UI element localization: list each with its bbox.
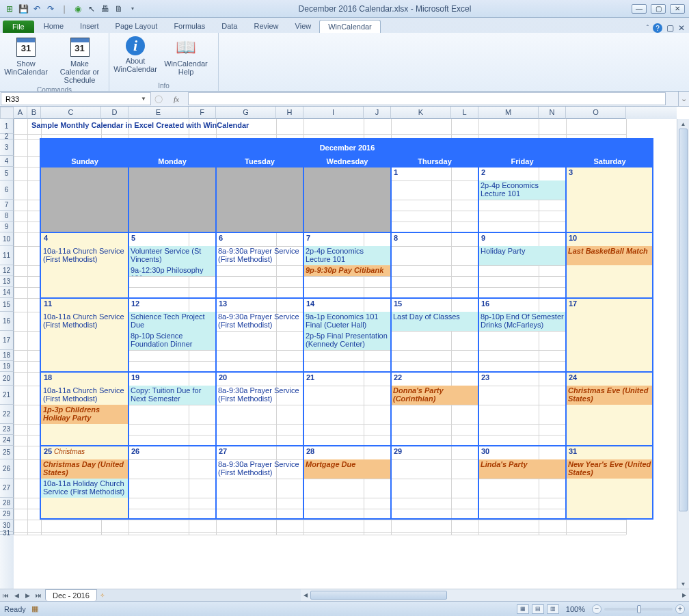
column-header[interactable]: M (478, 107, 539, 119)
preview-icon[interactable]: 🗎 (113, 3, 124, 14)
show-wincalendar-button[interactable]: 31 Show WinCalendar (4, 35, 48, 85)
save-icon[interactable]: 💾 (18, 3, 29, 14)
name-box[interactable]: R33 ▼ (1, 92, 151, 105)
hscroll-thumb[interactable] (310, 591, 447, 600)
column-header[interactable]: D (101, 107, 129, 119)
column-header[interactable]: K (391, 107, 451, 119)
tab-review[interactable]: Review (245, 20, 286, 33)
row-header[interactable]: 29 (0, 509, 14, 520)
close-workbook-icon[interactable]: ✕ (678, 23, 685, 33)
zoom-slider-knob[interactable] (637, 605, 641, 613)
tab-formulas[interactable]: Formulas (165, 20, 213, 33)
row-header[interactable]: 12 (0, 265, 14, 276)
row-header[interactable]: 6 (0, 180, 14, 200)
column-header[interactable]: I (303, 107, 364, 119)
vertical-scrollbar[interactable]: ▲ ▼ (677, 119, 689, 589)
scroll-left-icon[interactable]: ◀ (301, 589, 310, 601)
fx-label[interactable]: fx (165, 92, 187, 106)
column-header[interactable]: B (27, 107, 41, 119)
globe-icon[interactable]: ◉ (72, 3, 83, 14)
expand-formula-bar-icon[interactable]: ⌄ (678, 92, 689, 106)
name-box-dropdown-icon[interactable]: ▼ (141, 96, 146, 102)
view-normal-icon[interactable]: ▦ (517, 604, 529, 614)
cursor-icon[interactable]: ↖ (86, 3, 97, 14)
row-header[interactable]: 9 (0, 222, 14, 232)
row-header[interactable]: 3 (0, 139, 14, 156)
cell-grid[interactable]: Sample Monthly Calendar in Excel Created… (14, 119, 677, 589)
row-header[interactable]: 28 (0, 498, 14, 509)
minimize-button[interactable]: — (632, 4, 647, 14)
tab-view[interactable]: View (287, 20, 320, 33)
row-header[interactable]: 19 (0, 361, 14, 372)
row-header[interactable]: 20 (0, 372, 14, 386)
about-wincalendar-button[interactable]: i About WinCalendar (113, 35, 157, 81)
column-header[interactable]: J (364, 107, 391, 119)
row-header[interactable]: 21 (0, 386, 14, 405)
undo-icon[interactable]: ↶ (31, 3, 42, 14)
qat-dropdown-icon[interactable]: ▾ (127, 3, 138, 14)
row-header[interactable]: 11 (0, 246, 14, 265)
column-header[interactable]: H (276, 107, 303, 119)
row-header[interactable]: 27 (0, 479, 14, 498)
scroll-up-icon[interactable]: ▲ (677, 119, 689, 129)
row-header[interactable]: 23 (0, 424, 14, 435)
row-header[interactable]: 8 (0, 211, 14, 222)
tab-data[interactable]: Data (213, 20, 245, 33)
make-calendar-button[interactable]: 31 Make Calendar or Schedule (55, 35, 105, 85)
row-header[interactable]: 7 (0, 200, 14, 211)
row-header[interactable]: 18 (0, 350, 14, 361)
zoom-in-button[interactable]: + (675, 604, 685, 614)
row-header[interactable]: 10 (0, 232, 14, 246)
help-icon[interactable]: ? (653, 23, 662, 33)
column-header[interactable]: E (129, 107, 189, 119)
row-header[interactable]: 22 (0, 405, 14, 424)
select-all-button[interactable] (0, 107, 14, 119)
tab-nav-prev-icon[interactable]: ◀ (11, 592, 22, 599)
row-header[interactable]: 14 (0, 287, 14, 298)
row-header[interactable]: 15 (0, 298, 14, 312)
column-header[interactable]: G (216, 107, 276, 119)
column-header[interactable]: A (14, 107, 27, 119)
row-header[interactable]: 5 (0, 167, 14, 180)
row-header[interactable]: 25 (0, 446, 14, 459)
row-header[interactable]: 4 (0, 156, 14, 167)
row-header[interactable]: 31 (0, 532, 14, 535)
view-pagebreak-icon[interactable]: ▥ (547, 604, 559, 614)
print-icon[interactable]: 🖶 (100, 3, 111, 14)
formula-input[interactable] (188, 92, 666, 105)
column-header[interactable]: C (41, 107, 101, 119)
tab-wincalendar[interactable]: WinCalendar (319, 20, 381, 33)
column-header[interactable]: L (451, 107, 478, 119)
tab-page-layout[interactable]: Page Layout (107, 20, 166, 33)
scroll-down-icon[interactable]: ▼ (677, 579, 689, 589)
restore-workbook-icon[interactable]: ▢ (666, 23, 674, 33)
row-header[interactable]: 1 (0, 119, 14, 134)
row-header[interactable]: 17 (0, 331, 14, 350)
row-header[interactable]: 24 (0, 435, 14, 446)
maximize-button[interactable]: ▢ (651, 4, 666, 14)
column-header[interactable]: N (539, 107, 566, 119)
tab-home[interactable]: Home (36, 20, 72, 33)
wincalendar-help-button[interactable]: 📖 WinCalendar Help (164, 35, 208, 81)
redo-icon[interactable]: ↷ (45, 3, 56, 14)
tab-nav-next-icon[interactable]: ▶ (22, 592, 33, 599)
close-button[interactable]: ✕ (670, 4, 685, 14)
tab-nav-last-icon[interactable]: ⏭ (33, 592, 44, 599)
zoom-slider[interactable] (604, 608, 673, 611)
column-header[interactable]: F (189, 107, 216, 119)
vscroll-thumb[interactable] (679, 129, 688, 511)
macro-record-icon[interactable]: ▦ (31, 604, 38, 613)
sheet-tab[interactable]: Dec - 2016 (45, 589, 97, 601)
new-sheet-icon[interactable]: ✧ (97, 592, 108, 599)
row-header[interactable]: 26 (0, 459, 14, 479)
horizontal-scrollbar[interactable]: ◀ ▶ (301, 589, 689, 601)
zoom-out-button[interactable]: − (592, 604, 602, 614)
tab-nav-first-icon[interactable]: ⏮ (0, 592, 11, 599)
tab-file[interactable]: File (3, 21, 34, 33)
row-header[interactable]: 2 (0, 134, 14, 139)
tab-insert[interactable]: Insert (72, 20, 107, 33)
column-header[interactable]: O (566, 107, 626, 119)
view-layout-icon[interactable]: ▤ (532, 604, 544, 614)
scroll-right-icon[interactable]: ▶ (679, 589, 689, 601)
ribbon-minimize-icon[interactable]: ˆ (647, 25, 649, 32)
